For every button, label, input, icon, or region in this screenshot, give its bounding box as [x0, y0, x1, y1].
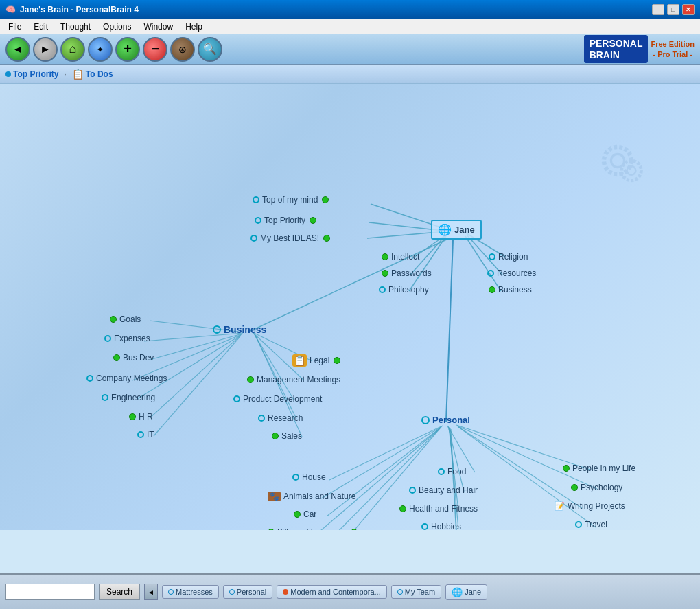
node-dot2-top-priority	[310, 217, 316, 224]
remove-button[interactable]: −	[143, 37, 167, 62]
bottom-tab-mattresses[interactable]: Mattresses	[162, 585, 219, 599]
node-house[interactable]: House	[292, 472, 326, 482]
node-bills[interactable]: Bills and Expenses	[268, 527, 358, 530]
node-dot-personal	[421, 416, 430, 424]
title-bar-left: 🧠 Jane's Brain - PersonalBrain 4	[5, 5, 139, 14]
crumb-label-top-priority: Top Priority	[13, 69, 58, 79]
node-dot-engineering	[102, 394, 108, 401]
bottom-tab-dot-mattresses	[168, 589, 174, 595]
animals-icon: 🐾	[268, 492, 281, 501]
node-product-development[interactable]: Product Development	[233, 394, 322, 404]
node-travel[interactable]: Travel	[575, 520, 607, 529]
node-top-of-my-mind[interactable]: Top of my mind	[253, 195, 329, 205]
back-button[interactable]: ◄	[5, 37, 30, 62]
node-writing-projects[interactable]: 📝 Writing Projects	[555, 501, 625, 511]
node-hobbies[interactable]: Hobbies	[421, 522, 461, 530]
node-jane[interactable]: 🌐 Jane	[431, 220, 482, 240]
window-title: Jane's Brain - PersonalBrain 4	[20, 5, 139, 14]
node-expenses[interactable]: Expenses	[104, 334, 150, 343]
node-legal[interactable]: 📋 Legal	[292, 354, 340, 367]
node-label-business-right: Business	[498, 285, 532, 295]
node-goals[interactable]: Goals	[110, 314, 141, 324]
node-label-business: Business	[224, 324, 266, 335]
svg-line-28	[320, 429, 439, 530]
svg-line-26	[316, 428, 441, 530]
nav-arrow-button[interactable]: ◄	[144, 584, 158, 600]
node-sales[interactable]: Sales	[272, 431, 302, 441]
bottom-tab-dot-personal	[229, 589, 235, 595]
node-dot-travel	[575, 521, 582, 528]
node-top-priority[interactable]: Top Priority	[255, 216, 316, 225]
jane-label: Jane	[454, 225, 475, 235]
writing-icon: 📝	[555, 501, 565, 511]
node-management-meetings[interactable]: Management Meetings	[247, 375, 340, 384]
node-dot-food	[438, 468, 445, 475]
node-hr[interactable]: H R	[129, 412, 153, 422]
node-people-in-life[interactable]: People in my Life	[563, 463, 635, 473]
node-dot-hobbies	[421, 523, 428, 530]
node-religion[interactable]: Religion	[489, 252, 528, 262]
node-personal[interactable]: Personal	[421, 415, 470, 425]
node-philosophy[interactable]: Philosophy	[379, 285, 429, 295]
node-label-personal: Personal	[432, 415, 470, 425]
node-animals[interactable]: 🐾 Animals and Nature	[268, 492, 355, 501]
node-label-travel: Travel	[585, 520, 607, 529]
node-psychology[interactable]: Psychology	[571, 483, 622, 492]
breadcrumb-top-priority[interactable]: Top Priority	[5, 69, 58, 79]
svg-line-38	[458, 427, 596, 527]
search-button-bottom[interactable]: Search	[99, 584, 140, 600]
node-health[interactable]: Health and Fitness	[399, 504, 478, 514]
node-engineering[interactable]: Engineering	[102, 393, 155, 402]
node-dot-philosophy	[379, 286, 386, 293]
menu-help[interactable]: Help	[180, 21, 208, 33]
node-it[interactable]: IT	[137, 430, 154, 439]
svg-line-33	[450, 428, 457, 530]
node-passwords[interactable]: Passwords	[382, 268, 432, 278]
node-label-top-priority: Top Priority	[264, 216, 305, 225]
minimize-button[interactable]: ─	[652, 4, 664, 15]
title-bar-controls[interactable]: ─ □ ✕	[652, 4, 695, 15]
search-input[interactable]	[5, 584, 95, 600]
home-button[interactable]: ⌂	[60, 37, 85, 62]
svg-point-42	[627, 166, 636, 175]
svg-line-27	[317, 428, 440, 530]
node-business-right[interactable]: Business	[489, 285, 532, 295]
bottom-tab-label-personal: Personal	[237, 588, 266, 596]
node-dot-product-development	[233, 395, 240, 402]
network-button[interactable]: ✦	[88, 37, 113, 62]
node-business[interactable]: Business	[213, 324, 266, 335]
node-intellect[interactable]: Intellect	[382, 252, 419, 262]
bottom-tab-my-team[interactable]: My Team	[391, 585, 441, 599]
close-button[interactable]: ✕	[682, 4, 695, 15]
node-resources[interactable]: Resources	[487, 268, 536, 278]
node-car[interactable]: Car	[294, 509, 316, 519]
menu-file[interactable]: File	[3, 21, 27, 33]
breadcrumb-todos[interactable]: 📋 To Dos	[72, 69, 113, 80]
bottom-bar: Search ◄ Mattresses Personal Modern and …	[0, 573, 700, 609]
maximize-button[interactable]: □	[667, 4, 679, 15]
menu-edit[interactable]: Edit	[28, 21, 54, 33]
bottom-tab-jane[interactable]: 🌐 Jane	[445, 584, 487, 600]
bottom-tab-modern[interactable]: Modern and Contempora...	[277, 585, 386, 599]
web-button[interactable]: ⊛	[170, 37, 195, 62]
node-beauty[interactable]: Beauty and Hair	[409, 485, 478, 495]
node-research[interactable]: Research	[258, 413, 303, 423]
add-button[interactable]: +	[115, 37, 140, 62]
node-label-top-of-my-mind: Top of my mind	[262, 195, 318, 205]
bottom-tab-personal[interactable]: Personal	[223, 585, 272, 599]
menu-window[interactable]: Window	[138, 21, 178, 33]
node-label-legal: Legal	[310, 356, 329, 365]
forward-button[interactable]: ►	[33, 37, 58, 62]
node-food[interactable]: Food	[438, 467, 466, 476]
node-company-meetings[interactable]: Company Meetings	[86, 374, 167, 383]
node-label-car: Car	[303, 509, 316, 519]
menu-thought[interactable]: Thought	[55, 21, 96, 33]
brand-logo: PERSONALBRAIN	[584, 35, 649, 64]
node-dot2-bills	[351, 529, 358, 530]
main-canvas: 🌐 Jane Top of my mind Top Priority My Be…	[0, 84, 700, 530]
search-button[interactable]: 🔍	[198, 37, 222, 62]
node-my-best-ideas[interactable]: My Best IDEAS!	[250, 233, 330, 243]
svg-line-23	[329, 426, 443, 480]
node-bus-dev[interactable]: Bus Dev	[113, 353, 154, 363]
menu-options[interactable]: Options	[97, 21, 137, 33]
